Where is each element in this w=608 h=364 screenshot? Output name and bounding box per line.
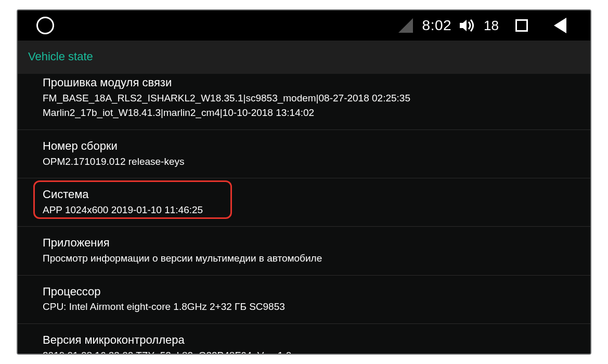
settings-list: Прошивка модуля связи FM_BASE_18A_RLS2_I… (18, 74, 590, 355)
item-title: Версия микроконтроллера (43, 332, 580, 348)
item-title: Прошивка модуля связи (43, 75, 580, 90)
item-build-number[interactable]: Номер сборки OPM2.171019.012 release-key… (18, 130, 590, 178)
back-triangle-icon (554, 18, 566, 33)
item-sub: 2019.01.08 16:33:02 TZY_53_L82_G32P48F64… (43, 349, 580, 355)
square-icon (515, 19, 528, 32)
section-header: Vehicle state (18, 41, 590, 74)
item-sub: Просмотр информации о версии мультимедии… (43, 252, 580, 266)
volume-icon (459, 18, 474, 33)
item-sub: APP 1024x600 2019-01-10 11:46:25 (43, 203, 580, 217)
item-sub: OPM2.171019.012 release-keys (43, 155, 580, 169)
home-circle-icon[interactable] (36, 17, 54, 34)
item-title: Система (43, 187, 580, 202)
status-clock: 8:02 (422, 17, 452, 34)
item-title: Приложения (43, 235, 580, 251)
item-sub: FM_BASE_18A_RLS2_ISHARKL2_W18.35.1|sc985… (43, 92, 580, 106)
item-firmware[interactable]: Прошивка модуля связи FM_BASE_18A_RLS2_I… (18, 74, 590, 130)
item-apps[interactable]: Приложения Просмотр информации о версии … (18, 227, 590, 275)
item-processor[interactable]: Процессор CPU: Intel Airmont eight-core … (18, 276, 590, 324)
item-sub: CPU: Intel Airmont eight-core 1.8GHz 2+3… (43, 300, 580, 314)
back-button[interactable] (545, 18, 576, 33)
item-mcu-version[interactable]: Версия микроконтроллера 2019.01.08 16:33… (18, 324, 590, 355)
volume-level: 18 (484, 18, 499, 34)
item-sub: Marlin2_17b_iot_W18.41.3|marlin2_cm4|10-… (43, 106, 580, 120)
status-bar: 8:02 18 (18, 10, 590, 41)
item-title: Процессор (43, 284, 580, 300)
recent-apps-button[interactable] (506, 19, 537, 32)
item-system[interactable]: Система APP 1024x600 2019-01-10 11:46:25 (18, 178, 590, 227)
device-frame: 8:02 18 Vehicle state Прошивка модуля св… (17, 9, 591, 355)
item-title: Номер сборки (43, 138, 580, 154)
signal-icon (398, 18, 413, 33)
section-title: Vehicle state (28, 50, 93, 63)
